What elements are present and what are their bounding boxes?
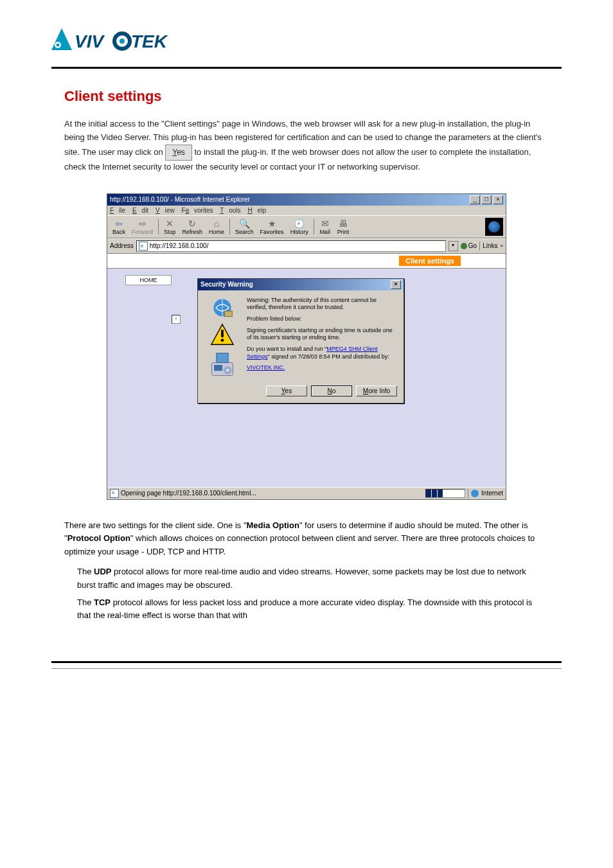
svg-rect-9	[224, 311, 232, 317]
dialog-problem-text: Signing certificate's starting or ending…	[247, 327, 397, 342]
globe-icon	[211, 297, 233, 319]
go-icon	[461, 243, 467, 249]
install-icon	[208, 351, 236, 379]
divider-bottom-thin	[51, 668, 562, 669]
address-dropdown[interactable]: ▾	[449, 241, 458, 251]
divider-top	[51, 67, 562, 69]
svg-text:TEK: TEK	[131, 31, 168, 51]
dialog-close-button[interactable]: ×	[391, 280, 401, 289]
content-topbar: Client settings	[107, 254, 506, 269]
yes-button-graphic: Yes	[165, 145, 192, 161]
udp-paragraph: The UDP protocol allows for more real-ti…	[77, 565, 536, 592]
tcp-label: TCP	[94, 598, 111, 607]
back-button[interactable]: ⇦Back	[112, 218, 125, 235]
close-button[interactable]: ×	[493, 195, 503, 204]
dialog-install-question: Do you want to install and run "MPEG4 SH…	[247, 346, 397, 360]
forward-icon: ⇨	[137, 218, 148, 229]
home-icon: ⌂	[211, 218, 222, 229]
svg-point-12	[221, 339, 224, 342]
history-icon: 🕘	[294, 218, 305, 229]
mail-icon: ✉	[319, 218, 331, 229]
browser-window: http://192.168.0.100/ - Microsoft Intern…	[107, 193, 506, 500]
svg-point-16	[226, 369, 229, 371]
address-input[interactable]: e http://192.168.0.100/	[136, 240, 446, 252]
stop-icon: ✕	[164, 218, 175, 229]
options-paragraph: There are two settings for the client si…	[64, 519, 549, 559]
home-link[interactable]: HOME	[125, 275, 172, 285]
content-title: Client settings	[399, 256, 461, 266]
dialog-no-button[interactable]: No	[311, 385, 352, 396]
links-label[interactable]: Links	[483, 242, 497, 249]
star-icon: ★	[266, 218, 278, 229]
udp-label: UDP	[94, 567, 111, 576]
tcp-paragraph: The TCP protocol allows for less packet …	[77, 596, 536, 623]
svg-point-2	[57, 44, 60, 47]
dialog-warning-text: Warning: The authenticity of this conten…	[247, 297, 397, 312]
search-icon: 🔍	[238, 218, 250, 229]
placeholder-box: ▫	[172, 315, 181, 324]
page-heading: Client settings	[64, 88, 562, 105]
titlebar: http://192.168.0.100/ - Microsoft Intern…	[107, 194, 506, 206]
mail-button[interactable]: ✉Mail	[319, 218, 331, 235]
globe-small-icon	[471, 490, 479, 497]
logo: VIV TEK	[51, 26, 562, 60]
forward-button[interactable]: ⇨Forward	[132, 218, 153, 235]
status-text: Opening page http://192.168.0.100/client…	[121, 490, 256, 497]
statusbar: e Opening page http://192.168.0.100/clie…	[107, 487, 506, 499]
history-button[interactable]: 🕘History	[290, 218, 308, 235]
protocol-option-label: Protocol Option	[67, 533, 130, 543]
minimize-button[interactable]: _	[470, 195, 480, 204]
svg-rect-17	[217, 353, 228, 362]
menu-tools[interactable]: Tools	[220, 207, 240, 214]
favorites-button[interactable]: ★Favorites	[260, 218, 284, 235]
ie-page-icon: e	[110, 489, 119, 498]
dialog-yes-button[interactable]: Yes	[266, 385, 307, 396]
window-title: http://192.168.0.100/ - Microsoft Intern…	[110, 196, 250, 203]
divider-bottom	[51, 661, 562, 663]
dialog-vendor-link[interactable]: VIVOTEK INC.	[247, 364, 285, 371]
home-button[interactable]: ⌂Home	[209, 218, 224, 235]
refresh-icon: ↻	[186, 218, 198, 229]
intro-paragraph: At the initial access to the "Client set…	[64, 118, 549, 174]
svg-point-5	[120, 39, 125, 44]
address-value: http://192.168.0.100/	[150, 242, 209, 249]
menu-view[interactable]: View	[155, 207, 175, 214]
svg-marker-0	[51, 28, 72, 50]
dialog-titlebar: Security Warning ×	[198, 279, 404, 290]
content-area: Client settings HOME ▫ Security Warning …	[107, 254, 506, 487]
search-button[interactable]: 🔍Search	[235, 218, 254, 235]
svg-text:VIV: VIV	[75, 31, 105, 51]
menu-favorites[interactable]: Favorites	[181, 207, 213, 214]
ie-logo-icon	[485, 218, 503, 236]
toolbar: ⇦Back ⇨Forward ✕Stop ↻Refresh ⌂Home 🔍Sea…	[107, 215, 506, 238]
dialog-problem-label: Problem listed below:	[247, 315, 397, 323]
menu-file[interactable]: File	[110, 207, 125, 214]
menu-help[interactable]: Help	[247, 207, 266, 214]
svg-rect-14	[214, 365, 222, 371]
stop-button[interactable]: ✕Stop	[164, 218, 176, 235]
menubar: File Edit View Favorites Tools Help	[107, 206, 506, 215]
print-icon: 🖶	[337, 218, 349, 229]
warning-icon	[210, 323, 235, 347]
zone-text: Internet	[481, 490, 503, 497]
menu-edit[interactable]: Edit	[132, 207, 148, 214]
back-icon: ⇦	[113, 218, 125, 229]
media-option-label: Media Option	[247, 520, 299, 530]
dialog-moreinfo-button[interactable]: More Info	[356, 385, 397, 396]
refresh-button[interactable]: ↻Refresh	[182, 218, 203, 235]
dialog-title: Security Warning	[200, 281, 253, 288]
go-button[interactable]: Go	[461, 242, 477, 249]
address-label: Address	[110, 242, 134, 249]
print-button[interactable]: 🖶Print	[337, 218, 350, 235]
security-warning-dialog: Security Warning ×	[197, 278, 404, 403]
svg-rect-11	[221, 330, 224, 337]
progress-bar	[425, 489, 465, 498]
page-icon: e	[139, 242, 148, 251]
maximize-button[interactable]: □	[481, 195, 492, 204]
addressbar: Address e http://192.168.0.100/ ▾ Go Lin…	[107, 238, 506, 254]
